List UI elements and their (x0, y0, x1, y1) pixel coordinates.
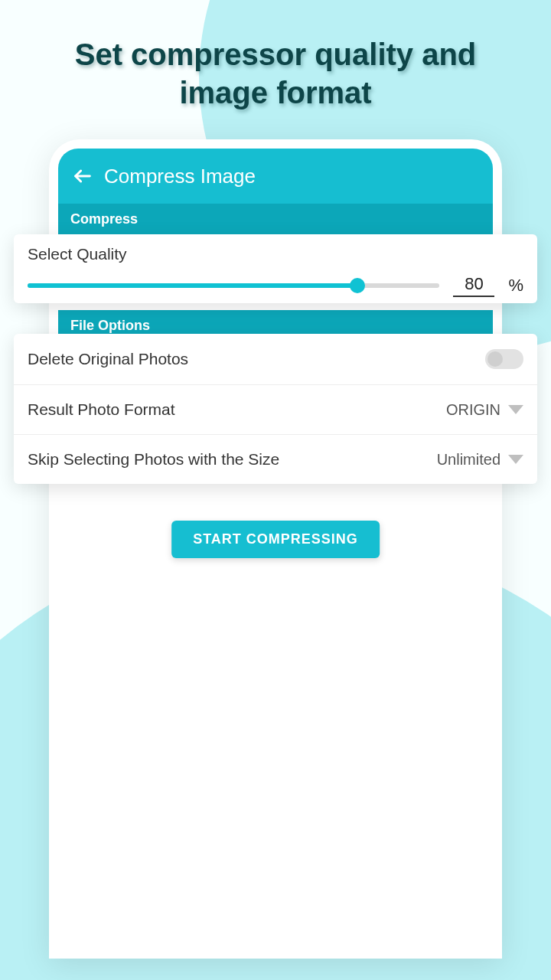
row-result-format[interactable]: Result Photo Format ORIGIN (14, 385, 537, 435)
skip-size-value: Unlimited (437, 451, 500, 469)
percent-label: % (508, 276, 523, 296)
delete-original-label: Delete Original Photos (28, 350, 188, 368)
app-title: Compress Image (104, 165, 256, 188)
skip-size-label: Skip Selecting Photos with the Size (28, 450, 279, 469)
result-format-value: ORIGIN (446, 401, 500, 419)
result-format-label: Result Photo Format (28, 400, 175, 419)
chevron-down-icon (508, 455, 523, 464)
file-options-card: Delete Original Photos Result Photo Form… (14, 334, 537, 484)
quality-slider[interactable] (28, 283, 439, 288)
row-skip-size[interactable]: Skip Selecting Photos with the Size Unli… (14, 435, 537, 484)
section-compress: Compress (58, 204, 493, 235)
quality-card: Select Quality 80 % (14, 234, 537, 303)
app-bar: Compress Image (58, 149, 493, 204)
start-compressing-button[interactable]: START COMPRESSING (171, 521, 380, 558)
page-title: Set compressor quality and image format (0, 35, 551, 112)
quality-label: Select Quality (28, 245, 523, 263)
slider-thumb-icon[interactable] (350, 278, 365, 293)
row-delete-original[interactable]: Delete Original Photos (14, 334, 537, 385)
chevron-down-icon (508, 405, 523, 414)
quality-value-input[interactable]: 80 (453, 274, 494, 297)
delete-original-toggle[interactable] (485, 349, 523, 369)
back-arrow-icon[interactable] (72, 165, 93, 187)
